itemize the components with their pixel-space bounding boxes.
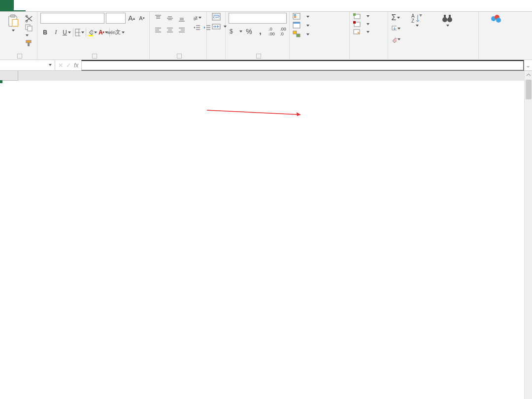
align-bottom-button[interactable] xyxy=(176,13,187,24)
tab-baidu[interactable] xyxy=(97,0,108,11)
autosum-button[interactable]: Σ xyxy=(391,13,400,22)
expand-formula-bar-button[interactable]: ⌄ xyxy=(524,62,532,69)
align-left-button[interactable] xyxy=(153,25,164,35)
svg-rect-8 xyxy=(28,43,30,46)
fill-button[interactable] xyxy=(391,24,400,33)
underline-button[interactable]: U xyxy=(62,28,71,37)
fill-down-icon xyxy=(391,25,397,32)
dialog-launcher-icon[interactable] xyxy=(256,54,261,59)
fx-button[interactable]: fx xyxy=(74,62,78,69)
svg-rect-7 xyxy=(26,40,31,43)
font-name-select[interactable] xyxy=(40,13,104,24)
svg-rect-43 xyxy=(294,14,296,16)
fill-color-button[interactable] xyxy=(88,28,97,37)
merge-center-button[interactable] xyxy=(212,23,227,31)
paste-button[interactable] xyxy=(3,13,23,31)
tab-page-layout[interactable] xyxy=(37,0,49,11)
table-format-button[interactable] xyxy=(293,22,309,30)
svg-rect-48 xyxy=(297,34,300,37)
svg-text:ab: ab xyxy=(193,14,198,21)
percent-button[interactable]: % xyxy=(244,27,254,36)
dialog-launcher-icon[interactable] xyxy=(177,54,182,59)
tab-formulas[interactable] xyxy=(49,0,61,11)
align-top-button[interactable] xyxy=(153,13,164,24)
align-bottom-icon xyxy=(178,14,186,22)
dialog-launcher-icon[interactable] xyxy=(17,54,22,59)
align-right-button[interactable] xyxy=(176,25,187,35)
binoculars-icon xyxy=(441,13,454,25)
font-color-button[interactable]: A xyxy=(99,28,108,37)
svg-point-57 xyxy=(442,17,447,22)
cancel-formula-button: ✕ xyxy=(58,62,63,69)
tab-data[interactable] xyxy=(61,0,73,11)
orientation-button[interactable]: ab xyxy=(192,13,201,22)
orientation-icon: ab xyxy=(192,14,198,22)
tab-view[interactable] xyxy=(85,0,97,11)
conditional-format-button[interactable] xyxy=(293,13,309,21)
clear-button[interactable] xyxy=(391,34,400,44)
cut-button[interactable] xyxy=(25,15,33,23)
delete-cells-button[interactable] xyxy=(353,21,369,28)
chevron-down-icon xyxy=(366,23,369,25)
formula-bar[interactable] xyxy=(81,60,524,71)
find-select-button[interactable] xyxy=(433,13,462,27)
login-link[interactable] xyxy=(524,0,532,11)
scroll-thumb[interactable] xyxy=(526,80,532,99)
comma-button[interactable]: , xyxy=(256,27,265,36)
copy-icon xyxy=(25,24,33,31)
chevron-down-icon xyxy=(239,31,242,32)
italic-button[interactable]: I xyxy=(51,28,61,37)
scroll-up-button[interactable] xyxy=(525,71,532,79)
font-size-select[interactable] xyxy=(106,13,126,24)
insert-cells-button[interactable] xyxy=(353,13,369,20)
file-menu[interactable] xyxy=(0,0,14,11)
vertical-scrollbar[interactable] xyxy=(524,71,532,399)
tab-insert[interactable] xyxy=(26,0,37,11)
currency-button[interactable]: $ xyxy=(229,27,242,36)
ribbon: A▴ A▾ B I U A wén文 xyxy=(0,12,532,60)
chevron-down-icon xyxy=(366,15,369,17)
group-cells xyxy=(350,12,388,60)
number-format-select[interactable] xyxy=(229,13,287,24)
format-painter-button[interactable] xyxy=(25,39,33,47)
wrap-text-button[interactable] xyxy=(212,13,221,21)
color-bar-icon xyxy=(103,31,104,33)
group-alignment: ab xyxy=(150,12,207,60)
copy-button[interactable] xyxy=(25,24,33,38)
svg-rect-1 xyxy=(10,15,15,17)
brush-icon xyxy=(25,39,33,47)
increase-decimal-button[interactable]: .0.00 xyxy=(267,27,276,36)
chevron-down-icon xyxy=(398,38,400,40)
svg-rect-13 xyxy=(103,31,104,33)
borders-button[interactable] xyxy=(75,28,84,37)
chevron-down-icon xyxy=(306,33,309,35)
selection-rectangle xyxy=(0,81,2,83)
sort-filter-button[interactable]: AZ xyxy=(402,13,431,27)
align-middle-button[interactable] xyxy=(165,13,175,24)
format-cells-button[interactable] xyxy=(353,29,369,35)
svg-line-64 xyxy=(207,110,300,115)
tab-home[interactable] xyxy=(14,0,26,11)
chevron-down-icon xyxy=(306,25,309,27)
select-all-corner[interactable] xyxy=(0,71,18,81)
bold-button[interactable]: B xyxy=(40,28,50,37)
group-save xyxy=(479,12,513,60)
phonetic-button[interactable]: wén文 xyxy=(111,28,121,37)
insert-icon xyxy=(353,13,362,20)
decrease-font-button[interactable]: A▾ xyxy=(137,14,146,23)
align-center-button[interactable] xyxy=(165,25,175,35)
decrease-decimal-button[interactable]: .00.0 xyxy=(278,27,288,36)
cell-styles-button[interactable] xyxy=(293,31,309,38)
svg-text:Z: Z xyxy=(411,18,414,24)
menu-bar xyxy=(0,0,532,12)
decrease-indent-button[interactable] xyxy=(192,23,201,32)
dialog-launcher-icon[interactable] xyxy=(92,54,97,59)
chevron-down-icon xyxy=(398,28,400,30)
spreadsheet-grid[interactable] xyxy=(0,71,532,81)
border-icon xyxy=(75,29,80,36)
tab-review[interactable] xyxy=(73,0,85,11)
save-baidu-button[interactable] xyxy=(482,13,510,25)
align-right-icon xyxy=(178,26,186,34)
name-box[interactable] xyxy=(0,60,55,71)
increase-font-button[interactable]: A▴ xyxy=(127,14,136,23)
